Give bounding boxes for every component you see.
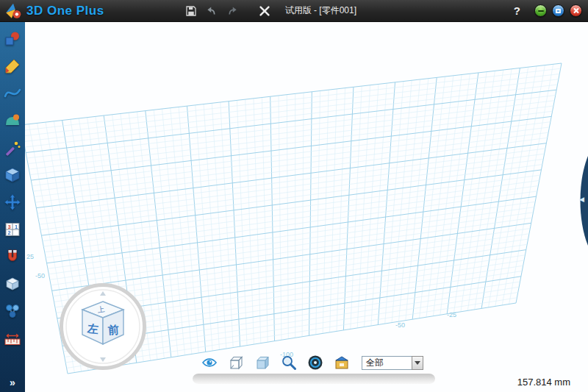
close-doc-icon[interactable] (257, 4, 272, 18)
maximize-button[interactable] (552, 4, 564, 17)
sketch-pencil-icon[interactable] (4, 57, 21, 75)
toolbar-dock-shadow (193, 374, 435, 384)
document-title: 试用版 - [零件001] (285, 4, 356, 17)
svg-text:2: 2 (8, 229, 11, 236)
display-toolbar: 全部 (201, 354, 423, 371)
shaded-cube-icon[interactable] (254, 354, 270, 371)
move-transform-icon[interactable] (4, 193, 21, 211)
chevron-down-icon (415, 361, 420, 365)
minimize-button[interactable] (534, 4, 547, 17)
panel-collapse-arrow-icon: ◀ (579, 196, 584, 203)
navcube-front-label: 前 (107, 323, 119, 336)
display-filter-dropdown-button[interactable] (412, 356, 423, 370)
display-filter-value[interactable]: 全部 (362, 356, 412, 370)
right-panel-handle[interactable]: ◀ (578, 156, 588, 246)
document-toolbar: 试用版 - [零件001] (184, 4, 356, 18)
help-button[interactable]: ? (514, 4, 520, 17)
scale-measurement: 157.814 mm (517, 377, 570, 388)
curve-icon[interactable] (4, 85, 21, 102)
assembly-icon[interactable] (4, 302, 21, 320)
svg-text:1: 1 (15, 224, 18, 230)
save-icon[interactable] (184, 4, 198, 18)
grid-axis-label: -50 (395, 321, 405, 329)
render-aperture-icon[interactable] (307, 354, 323, 371)
deform-icon[interactable] (4, 112, 21, 129)
window-controls: ? (514, 4, 588, 17)
special-tools-icon[interactable] (4, 139, 21, 157)
primitives-icon[interactable] (4, 30, 21, 48)
auto-dimension-icon[interactable]: 312 (4, 221, 21, 238)
zoom-icon[interactable] (281, 354, 297, 371)
titlebar: 3D One Plus (0, 0, 588, 22)
measure-ruler-icon[interactable] (4, 329, 21, 347)
redo-icon[interactable] (225, 4, 240, 18)
minimize-icon (538, 10, 544, 12)
close-icon (573, 7, 579, 14)
grid-axis-label: -50 (35, 272, 45, 279)
sidebar-expand-button[interactable]: » (10, 377, 15, 388)
app-window: 3D One Plus (0, 0, 588, 392)
grid-axis-label: -25 (447, 311, 456, 318)
app-logo-icon (4, 1, 23, 21)
import-box-icon[interactable] (334, 354, 350, 371)
display-filter-combobox: 全部 (362, 356, 423, 370)
viewport-canvas[interactable]: 25-50-125-100-50-25 上 左 前 (25, 22, 588, 392)
undo-icon[interactable] (204, 4, 219, 18)
view-navigation-cube[interactable]: 上 左 前 (57, 281, 148, 372)
close-button[interactable] (570, 4, 582, 17)
grid-axis-label: 25 (26, 253, 34, 260)
tools-sidebar: 312 » (0, 22, 25, 392)
navcube-top-label: 上 (96, 305, 106, 315)
visibility-eye-icon[interactable] (201, 354, 218, 371)
navcube-left-label: 左 (86, 321, 99, 335)
cube-icon[interactable] (4, 166, 21, 184)
magnet-icon[interactable] (4, 248, 21, 266)
shell-box-icon[interactable] (4, 275, 21, 293)
wireframe-cube-icon[interactable] (228, 354, 244, 371)
maximize-icon (556, 9, 561, 13)
app-title: 3D One Plus (26, 4, 104, 18)
